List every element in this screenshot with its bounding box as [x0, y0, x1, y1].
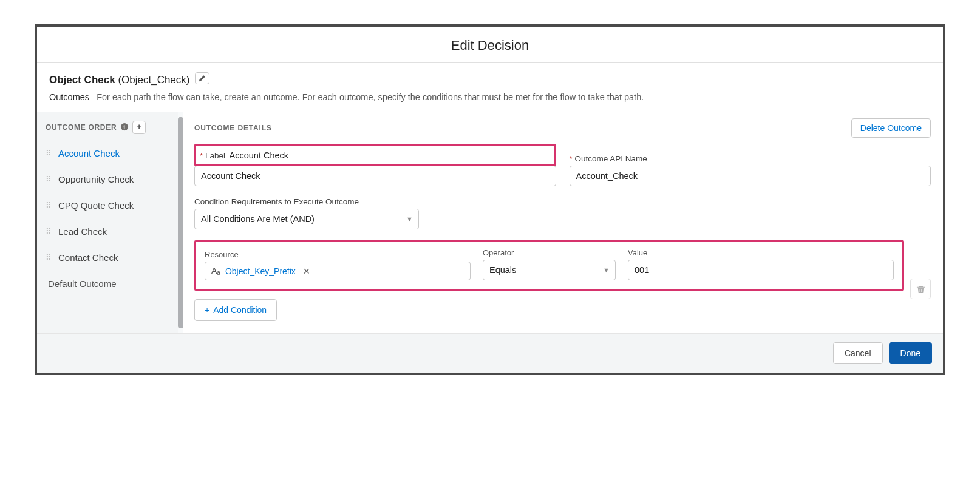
details-header: OUTCOME DETAILS Delete Outcome	[194, 118, 931, 138]
condition-row-wrap: Resource Aa Object_Key_Prefix ✕ Operator…	[194, 240, 931, 299]
details-title: OUTCOME DETAILS	[194, 124, 272, 132]
api-name-input[interactable]	[570, 166, 931, 186]
outcomes-help-text: For each path the flow can take, create …	[97, 92, 644, 102]
outcome-item-contact[interactable]: ⠿ Contact Check	[37, 245, 178, 271]
outcome-sidebar: OUTCOME ORDER i + ⠿ Account Check ⠿ Oppo…	[37, 112, 178, 333]
delete-outcome-button[interactable]: Delete Outcome	[851, 118, 931, 138]
clear-resource-icon[interactable]: ✕	[303, 266, 310, 276]
outcome-details-panel: OUTCOME DETAILS Delete Outcome Label Out…	[183, 112, 943, 333]
modal-body: OUTCOME ORDER i + ⠿ Account Check ⠿ Oppo…	[37, 112, 943, 333]
operator-select[interactable]: ▼	[483, 260, 616, 280]
resource-input[interactable]: Aa Object_Key_Prefix ✕	[205, 262, 471, 280]
add-outcome-button[interactable]: +	[132, 121, 146, 134]
drag-handle-icon[interactable]: ⠿	[46, 253, 52, 262]
done-button[interactable]: Done	[889, 342, 932, 364]
sidebar-scrollbar[interactable]	[178, 117, 183, 328]
info-icon[interactable]: i	[120, 123, 129, 133]
requirements-label: Condition Requirements to Execute Outcom…	[194, 197, 931, 206]
label-api-row: Label Outcome API Name	[194, 144, 931, 186]
label-field-label: Label	[200, 151, 225, 160]
plus-icon: +	[205, 305, 209, 315]
requirements-group: Condition Requirements to Execute Outcom…	[194, 197, 931, 229]
outcome-item-label: CPQ Quote Check	[58, 200, 134, 211]
outcome-list: ⠿ Account Check ⠿ Opportunity Check ⠿ CP…	[37, 140, 178, 271]
condition-value-col: Value	[628, 248, 894, 280]
pencil-icon	[199, 75, 206, 82]
requirements-value[interactable]	[194, 209, 419, 229]
delete-condition-button[interactable]	[910, 279, 931, 299]
outcome-order-header: OUTCOME ORDER i +	[37, 116, 178, 140]
cancel-button[interactable]: Cancel	[833, 342, 883, 364]
condition-operator-col: Operator ▼	[483, 248, 616, 280]
trash-icon	[916, 285, 925, 294]
decision-name: Object Check	[49, 74, 115, 86]
operator-label: Operator	[483, 248, 616, 257]
api-field-label: Outcome API Name	[570, 154, 931, 163]
value-input[interactable]	[628, 260, 894, 280]
edit-name-button[interactable]	[195, 72, 209, 84]
outcome-order-label: OUTCOME ORDER	[46, 123, 117, 132]
outcomes-description: Outcomes For each path the flow can take…	[49, 92, 931, 112]
requirements-select[interactable]: ▼	[194, 209, 419, 229]
drag-handle-icon[interactable]: ⠿	[46, 175, 52, 184]
outcome-item-label: Contact Check	[58, 252, 118, 263]
outcome-item-account[interactable]: ⠿ Account Check	[37, 140, 178, 166]
default-outcome-item[interactable]: Default Outcome	[37, 271, 178, 297]
add-condition-label: Add Condition	[213, 305, 267, 315]
outcome-item-label: Opportunity Check	[58, 174, 134, 184]
condition-row: Resource Aa Object_Key_Prefix ✕ Operator…	[194, 240, 904, 291]
resource-label: Resource	[205, 250, 471, 259]
text-type-icon: Aa	[211, 266, 220, 276]
label-highlight: Label	[194, 144, 556, 166]
edit-decision-modal: Edit Decision Object Check (Object_Check…	[35, 24, 945, 375]
svg-text:i: i	[124, 123, 126, 130]
value-label: Value	[628, 248, 894, 257]
label-group: Label	[194, 144, 556, 186]
sidebar-wrap: OUTCOME ORDER i + ⠿ Account Check ⠿ Oppo…	[37, 112, 183, 333]
outcome-item-cpq[interactable]: ⠿ CPQ Quote Check	[37, 192, 178, 218]
drag-handle-icon[interactable]: ⠿	[46, 227, 52, 236]
operator-value[interactable]	[483, 260, 616, 280]
modal-footer: Cancel Done	[37, 333, 943, 373]
subheader: Object Check (Object_Check) Outcomes For…	[37, 62, 943, 112]
resource-value: Object_Key_Prefix	[225, 266, 296, 276]
drag-handle-icon[interactable]: ⠿	[46, 201, 52, 210]
decision-title: Object Check (Object_Check)	[49, 72, 931, 86]
label-input[interactable]	[228, 148, 313, 160]
modal-title: Edit Decision	[37, 27, 943, 62]
outcomes-label: Outcomes	[49, 92, 89, 102]
drag-handle-icon[interactable]: ⠿	[46, 149, 52, 158]
label-input-full[interactable]	[194, 166, 556, 186]
outcome-item-opportunity[interactable]: ⠿ Opportunity Check	[37, 166, 178, 192]
outcome-item-lead[interactable]: ⠿ Lead Check	[37, 218, 178, 245]
decision-api: (Object_Check)	[118, 74, 189, 86]
outcome-item-label: Lead Check	[58, 226, 107, 237]
api-group: Outcome API Name	[570, 154, 931, 186]
add-condition-button[interactable]: + Add Condition	[194, 299, 277, 321]
condition-resource-col: Resource Aa Object_Key_Prefix ✕	[205, 250, 471, 280]
outcome-item-label: Account Check	[58, 148, 120, 158]
scrollbar-thumb[interactable]	[178, 117, 183, 328]
